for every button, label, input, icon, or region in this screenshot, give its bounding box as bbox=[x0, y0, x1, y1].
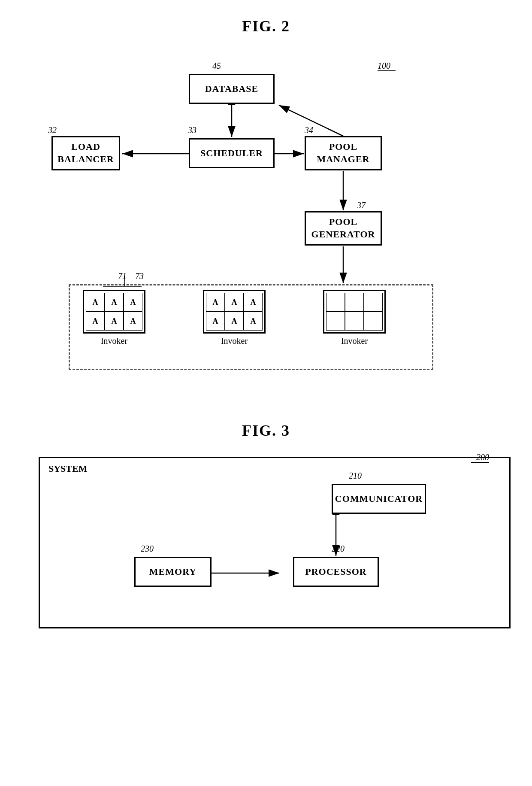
cell-c5 bbox=[345, 312, 364, 331]
cell-c1 bbox=[326, 293, 345, 312]
invoker-2: A A A A A A Invoker bbox=[203, 290, 266, 346]
invoker-1-grid: A A A A A A bbox=[86, 293, 142, 331]
cell-c4 bbox=[326, 312, 345, 331]
pool-generator-box: POOL GENERATOR bbox=[305, 211, 382, 246]
fig3-container: SYSTEM 210 bbox=[26, 457, 506, 637]
ref-230: 230 bbox=[141, 544, 154, 554]
ref-34: 34 bbox=[305, 125, 313, 135]
memory-box: MEMORY bbox=[134, 557, 212, 587]
system-label: SYSTEM bbox=[48, 463, 87, 474]
ref-33: 33 bbox=[188, 125, 196, 135]
cell-b1: A bbox=[206, 293, 225, 312]
scheduler-box: SCHEDULER bbox=[189, 138, 275, 168]
cell-b4: A bbox=[206, 312, 225, 331]
system-outer-box: SYSTEM 210 bbox=[39, 457, 511, 628]
cell-c6 bbox=[364, 312, 383, 331]
ref-220: 220 bbox=[332, 544, 345, 554]
pool-area: A A A A A A Invoker A A A bbox=[69, 284, 433, 370]
ref-45: 45 bbox=[212, 61, 221, 71]
cell-a3: A bbox=[124, 293, 142, 312]
fig2-title: FIG. 2 bbox=[26, 17, 506, 35]
cell-b5: A bbox=[225, 312, 244, 331]
ref-37: 37 bbox=[357, 200, 366, 210]
cell-a4: A bbox=[86, 312, 105, 331]
invoker-1-box: A A A A A A bbox=[83, 290, 145, 334]
invoker-2-box: A A A A A A bbox=[203, 290, 266, 334]
cell-b2: A bbox=[225, 293, 244, 312]
cell-a1: A bbox=[86, 293, 105, 312]
invoker-2-grid: A A A A A A bbox=[206, 293, 263, 331]
processor-box: PROCESSOR bbox=[293, 557, 379, 587]
database-box: DATABASE bbox=[189, 74, 275, 104]
ref-200: 200 bbox=[476, 452, 489, 462]
invoker-2-label: Invoker bbox=[221, 336, 248, 346]
cell-c3 bbox=[364, 293, 383, 312]
cell-c2 bbox=[345, 293, 364, 312]
cell-a5: A bbox=[105, 312, 124, 331]
cell-b6: A bbox=[244, 312, 263, 331]
invoker-3-label: Invoker bbox=[341, 336, 368, 346]
ref-100: 100 bbox=[378, 61, 390, 71]
fig2-container: 100 45 DATABASE 32 33 34 LOAD BALANCER S… bbox=[26, 52, 506, 404]
cell-a6: A bbox=[124, 312, 142, 331]
invoker-3-grid bbox=[326, 293, 383, 331]
fig3-arrows-svg bbox=[40, 458, 509, 627]
ref-71: 71 bbox=[118, 271, 127, 281]
pool-manager-box: POOL MANAGER bbox=[305, 136, 382, 170]
load-balancer-box: LOAD BALANCER bbox=[51, 136, 120, 170]
invoker-3-box bbox=[323, 290, 386, 334]
ref-210: 210 bbox=[349, 471, 362, 481]
ref-73: 73 bbox=[135, 271, 144, 281]
cell-a2: A bbox=[105, 293, 124, 312]
ref-32: 32 bbox=[48, 125, 57, 135]
fig3-title: FIG. 3 bbox=[26, 422, 506, 440]
page: FIG. 2 bbox=[0, 0, 532, 786]
invoker-1: A A A A A A Invoker bbox=[83, 290, 145, 346]
communicator-box: COMMUNICATOR bbox=[332, 484, 426, 514]
invoker-3: Invoker bbox=[323, 290, 386, 346]
invoker-1-label: Invoker bbox=[101, 336, 127, 346]
cell-b3: A bbox=[244, 293, 263, 312]
